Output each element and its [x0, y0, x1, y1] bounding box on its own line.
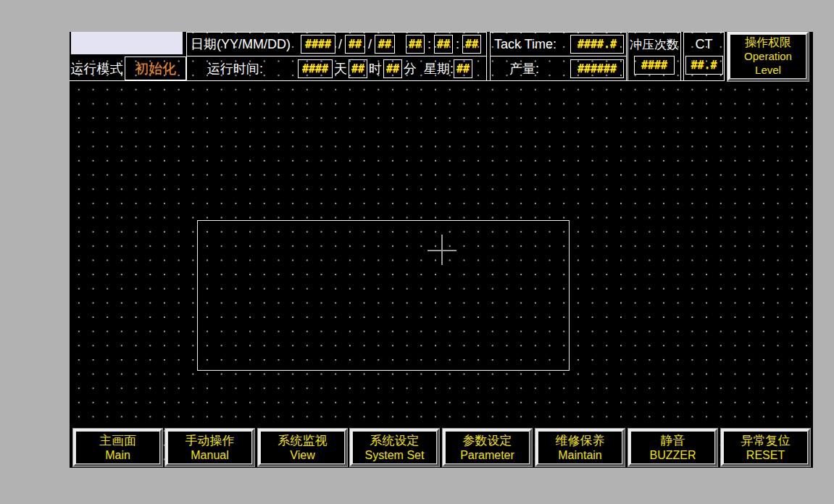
nav-button-label-en: System Set [365, 448, 425, 462]
nav-button-label-zh: 主画面 [99, 433, 136, 448]
nav-button-buzzer[interactable]: 静音 BUZZER [628, 429, 717, 466]
nav-button-reset[interactable]: 异常复位 RESET [721, 429, 810, 466]
hour-unit-label: 时 [369, 60, 382, 77]
nav-button-maintain[interactable]: 维修保养 Maintain [535, 429, 625, 466]
time-hour-value: ## [406, 35, 425, 54]
tack-time-row: Tack Time: ####.# [491, 33, 626, 56]
time-second-value: ## [462, 35, 481, 54]
datetime-block: 日期(YY/MM/DD) #### / ## / ## ## : ## : ##… [186, 32, 487, 81]
runtime-hours-value: ## [349, 59, 367, 78]
nav-button-label-zh: 系统设定 [370, 433, 420, 448]
date-day-value: ## [375, 35, 395, 54]
runtime-minutes-value: ## [383, 59, 402, 78]
operation-level-label-zh: 操作权限 [745, 35, 791, 50]
run-mode-label: 运行模式 [70, 56, 124, 80]
press-count-label: 冲压次数 [628, 33, 680, 56]
date-label: 日期(YY/MM/DD) [191, 35, 301, 53]
operation-level-button[interactable]: 操作权限 Operation Level [727, 32, 809, 81]
press-count-block: 冲压次数 #### [627, 32, 681, 81]
time-separator: : [456, 37, 459, 52]
yield-row: 产量: ###### [491, 56, 626, 80]
nav-button-label-zh: 系统监视 [278, 433, 328, 448]
date-year-value: #### [301, 35, 335, 54]
ct-value: ##.# [685, 56, 723, 75]
nav-button-main[interactable]: 主画面 Main [73, 429, 162, 466]
runtime-row: 运行时间: #### 天 ## 时 ## 分 星期: ## [187, 56, 486, 80]
yield-value: ###### [570, 59, 624, 78]
ct-block: CT ##.# [683, 32, 725, 81]
date-separator: / [368, 37, 372, 52]
day-unit-label: 天 [334, 60, 347, 77]
nav-button-view[interactable]: 系统监视 View [258, 429, 347, 466]
nav-button-label-zh: 手动操作 [185, 433, 235, 448]
nav-button-label-en: Manual [191, 448, 228, 462]
hmi-screen: 运行模式 初始化 日期(YY/MM/DD) #### / ## / ## ## … [70, 32, 813, 468]
tack-time-value: ####.# [570, 35, 624, 54]
time-minute-value: ## [434, 35, 453, 54]
nav-button-label-en: BUZZER [650, 448, 696, 462]
crosshair-cursor [441, 235, 443, 265]
date-separator: / [338, 37, 342, 52]
nav-button-parameter[interactable]: 参数设定 Parameter [443, 429, 532, 466]
date-row: 日期(YY/MM/DD) #### / ## / ## ## : ## : ## [187, 33, 486, 56]
drawing-rectangle [197, 220, 570, 371]
nav-button-manual[interactable]: 手动操作 Manual [165, 429, 254, 466]
date-month-value: ## [345, 35, 365, 54]
minute-unit-label: 分 [404, 60, 417, 77]
operation-level-label-en1: Operation [744, 50, 792, 64]
nav-button-label-en: RESET [746, 448, 785, 462]
nav-button-label-en: Main [105, 448, 130, 462]
weekday-value: ## [454, 59, 472, 78]
tacktime-yield-block: Tack Time: ####.# 产量: ###### [490, 32, 627, 81]
nav-button-label-en: Parameter [460, 448, 514, 462]
run-mode-value: 初始化 [125, 56, 186, 80]
nav-button-label-en: View [290, 448, 314, 462]
runtime-days-value: #### [298, 59, 333, 78]
weekday-label: 星期: [424, 60, 454, 77]
status-display-box [71, 32, 183, 54]
press-count-value: #### [634, 56, 675, 75]
tack-time-label: Tack Time: [494, 37, 556, 52]
header-divider-line [70, 80, 725, 81]
yield-label: 产量: [509, 60, 539, 77]
runtime-label: 运行时间: [207, 60, 263, 77]
nav-button-label-zh: 维修保养 [556, 433, 605, 448]
operation-level-label-en2: Level [755, 64, 781, 77]
time-separator: : [428, 37, 431, 52]
nav-button-label-zh: 参数设定 [463, 433, 512, 448]
nav-button-system-set[interactable]: 系统设定 System Set [350, 429, 439, 466]
nav-button-label-zh: 静音 [661, 433, 685, 448]
nav-button-label-en: Maintain [558, 448, 601, 462]
ct-label: CT [684, 33, 724, 56]
nav-button-label-zh: 异常复位 [741, 433, 791, 448]
